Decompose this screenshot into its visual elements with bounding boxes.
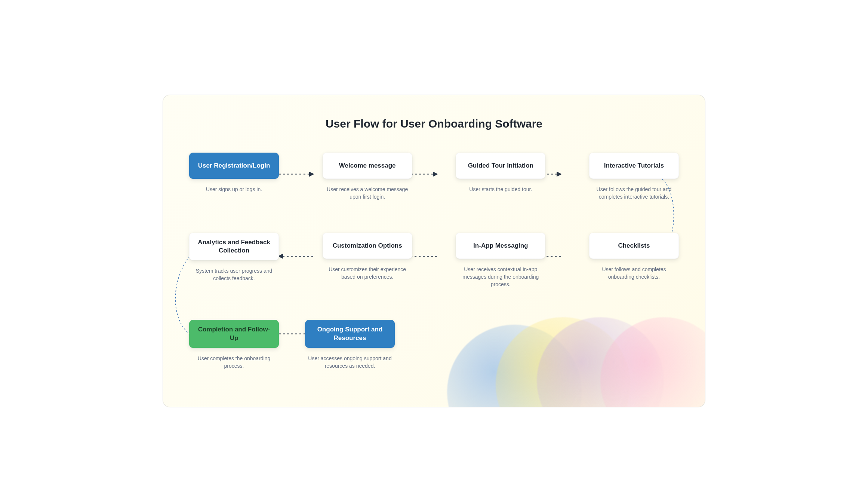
step-interactive-tutorials: Interactive Tutorials User follows the g… [589, 153, 679, 201]
step-card: Completion and Follow-Up [189, 320, 279, 348]
step-card: Customization Options [323, 233, 412, 259]
step-welcome-message: Welcome message User receives a welcome … [323, 153, 412, 201]
step-ongoing-support: Ongoing Support and Resources User acces… [305, 320, 395, 370]
step-completion-follow-up: Completion and Follow-Up User completes … [189, 320, 279, 370]
step-in-app-messaging: In-App Messaging User receives contextua… [456, 233, 545, 288]
step-description: User starts the guided tour. [469, 186, 532, 193]
step-description: User follows and completes onboarding ch… [589, 266, 679, 281]
step-card: Ongoing Support and Resources [305, 320, 395, 348]
step-analytics-feedback: Analytics and Feedback Collection System… [189, 233, 279, 288]
step-description: User completes the onboarding process. [189, 355, 279, 370]
diagram-title: User Flow for User Onboarding Software [189, 117, 679, 130]
step-description: User receives a welcome message upon fir… [323, 186, 412, 201]
step-card: In-App Messaging [456, 233, 545, 259]
row-1: User Registration/Login User signs up or… [189, 153, 679, 201]
step-user-registration: User Registration/Login User signs up or… [189, 153, 279, 201]
row-2: Analytics and Feedback Collection System… [189, 233, 679, 288]
step-card: Welcome message [323, 153, 412, 179]
step-card: Checklists [589, 233, 679, 259]
step-description: User accesses ongoing support and resour… [305, 355, 395, 370]
step-description: User customizes their experience based o… [323, 266, 412, 281]
diagram-frame: User Flow for User Onboarding Software U… [163, 95, 705, 407]
step-card: Guided Tour Initiation [456, 153, 545, 179]
step-description: User signs up or logs in. [206, 186, 262, 193]
step-checklists: Checklists User follows and completes on… [589, 233, 679, 288]
step-guided-tour-initiation: Guided Tour Initiation User starts the g… [456, 153, 545, 201]
step-description: System tracks user progress and collects… [189, 267, 279, 282]
step-customization-options: Customization Options User customizes th… [323, 233, 412, 288]
diagram-content: User Flow for User Onboarding Software U… [163, 95, 705, 407]
diagram-rows: User Registration/Login User signs up or… [189, 153, 679, 370]
step-card: User Registration/Login [189, 153, 279, 179]
step-card: Interactive Tutorials [589, 153, 679, 179]
step-description: User receives contextual in-app messages… [456, 266, 545, 288]
row-3: Completion and Follow-Up User completes … [189, 320, 679, 370]
step-description: User follows the guided tour and complet… [589, 186, 679, 201]
step-card: Analytics and Feedback Collection [189, 233, 279, 260]
